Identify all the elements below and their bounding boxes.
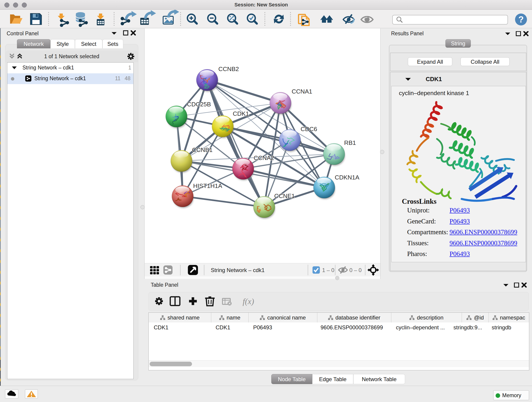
svg-text:CDKN1A: CDKN1A: [335, 174, 360, 181]
svg-text:String Network – cdk1: String Network – cdk1: [211, 267, 265, 273]
svg-text:CDC25B: CDC25B: [187, 101, 211, 108]
svg-text:f(x): f(x): [243, 297, 254, 306]
svg-text:CCNB2: CCNB2: [218, 65, 239, 72]
svg-text:HIST1H1A: HIST1H1A: [193, 182, 222, 189]
svg-text:?: ?: [518, 15, 524, 24]
svg-text:0 – 0: 0 – 0: [349, 267, 361, 273]
svg-text:CCNA2: CCNA2: [254, 154, 274, 161]
svg-text:1 – 0: 1 – 0: [322, 267, 334, 273]
svg-text:CCNB1: CCNB1: [192, 147, 213, 153]
svg-text:CDC6: CDC6: [301, 126, 317, 133]
svg-text:CCNA1: CCNA1: [292, 88, 312, 95]
svg-text:RB1: RB1: [344, 139, 356, 146]
svg-text:CDK1: CDK1: [233, 110, 249, 117]
svg-text:CCNE1: CCNE1: [274, 192, 295, 199]
